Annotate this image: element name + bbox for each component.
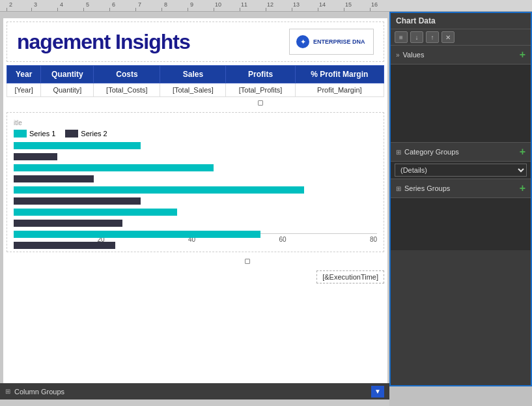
- values-icon: »: [396, 51, 400, 59]
- legend-color-dark: [65, 130, 78, 138]
- toolbar-btn-down[interactable]: ↓: [410, 31, 423, 43]
- legend-series1: Series 1: [14, 130, 55, 138]
- cell-sales: [Total_Sales]: [160, 83, 226, 97]
- ruler-marks: 2 3 4 5 6 7 8 9 10 11 12 13 14 15 16: [0, 0, 532, 11]
- table-row: [Year] Quantity] [Total_Costs] [Total_Sa…: [7, 83, 384, 97]
- legend-series1-label: Series 1: [29, 130, 55, 138]
- bar-teal-4: [14, 209, 177, 216]
- col-header-costs: Costs: [94, 66, 160, 83]
- legend-color-teal: [14, 130, 27, 138]
- values-section-title: » Values: [396, 51, 424, 59]
- bar-dark-1: [14, 153, 57, 160]
- series-groups-add-button[interactable]: +: [520, 182, 525, 194]
- data-table: Year Quantity Costs Sales Profits % Prof…: [7, 65, 384, 97]
- bar-row-1b: [14, 152, 377, 161]
- ruler: 2 3 4 5 6 7 8 9 10 11 12 13 14 15 16: [0, 0, 532, 12]
- category-grid-icon: ⊞: [396, 149, 401, 156]
- bar-teal-3: [14, 186, 304, 194]
- chart-data-panel: Chart Data ≡ ↓ ↑ ✕ » Values + ⊞ Category…: [389, 12, 532, 386]
- chart-bars: [14, 141, 377, 232]
- bar-teal-5: [14, 231, 260, 238]
- chart-title: itle: [14, 119, 377, 126]
- bar-row-5: [14, 229, 377, 239]
- page-title: nagement Insights: [17, 30, 190, 54]
- category-groups-title: ⊞ Category Groups: [396, 148, 459, 156]
- legend-series2-label: Series 2: [81, 130, 107, 138]
- category-groups-dropdown[interactable]: (Details): [395, 164, 527, 177]
- report-header: nagement Insights ✦ ENTERPRISE DNA: [7, 22, 384, 62]
- toolbar-btn-delete[interactable]: ✕: [441, 31, 455, 43]
- legend-series2: Series 2: [65, 130, 107, 138]
- panel-title: Chart Data: [391, 13, 531, 29]
- col-header-quantity: Quantity: [41, 66, 94, 83]
- bar-dark-2: [14, 175, 94, 182]
- design-surface: nagement Insights ✦ ENTERPRISE DNA Year …: [3, 18, 387, 396]
- chart-legend: Series 1 Series 2: [14, 130, 377, 138]
- bar-row-2b: [14, 174, 377, 183]
- cell-quantity: Quantity]: [41, 83, 94, 97]
- logo-text: ENTERPRISE DNA: [313, 38, 365, 46]
- bar-row-4b: [14, 218, 377, 227]
- cell-year: [Year]: [7, 83, 41, 97]
- column-groups-dropdown-btn[interactable]: ▼: [371, 386, 384, 398]
- toolbar-btn-up[interactable]: ↑: [426, 31, 439, 43]
- col-header-profits: Profits: [226, 66, 295, 83]
- bar-row-3: [14, 185, 377, 194]
- bar-dark-3: [14, 197, 141, 205]
- scroll-handle-h[interactable]: [258, 100, 263, 106]
- values-section-header: » Values +: [391, 46, 531, 65]
- toolbar-btn-grid[interactable]: ≡: [395, 31, 408, 43]
- column-groups-bar: ⊞ Column Groups ▼: [0, 383, 389, 399]
- bar-row-1: [14, 141, 377, 150]
- col-header-sales: Sales: [160, 66, 226, 83]
- series-groups-title: ⊞ Series Groups: [396, 184, 450, 192]
- table-header-row: Year Quantity Costs Sales Profits % Prof…: [7, 66, 384, 83]
- canvas-area: nagement Insights ✦ ENTERPRISE DNA Year …: [0, 12, 389, 406]
- cell-costs: [Total_Costs]: [94, 83, 160, 97]
- chart-container: itle Series 1 Series 2: [7, 112, 384, 252]
- bar-dark-4: [14, 220, 122, 227]
- category-groups-header: ⊞ Category Groups +: [391, 143, 531, 162]
- logo-box: ✦ ENTERPRISE DNA: [289, 29, 374, 55]
- panel-toolbar: ≡ ↓ ↑ ✕: [391, 29, 531, 46]
- col-header-year: Year: [7, 66, 41, 83]
- values-area: [391, 65, 531, 143]
- bar-row-2: [14, 163, 377, 172]
- column-groups-icon: ⊞: [5, 388, 10, 395]
- bar-teal-1: [14, 142, 141, 149]
- series-groups-section: ⊞ Series Groups +: [391, 179, 531, 250]
- footer-bar: [&ExecutionTime]: [7, 270, 384, 283]
- category-groups-add-button[interactable]: +: [520, 146, 525, 158]
- bar-row-4: [14, 207, 377, 216]
- category-groups-section: ⊞ Category Groups + (Details): [391, 143, 531, 179]
- series-groups-area: [391, 198, 531, 250]
- cell-margin: Profit_Margin]: [295, 83, 384, 97]
- bar-row-3b: [14, 196, 377, 205]
- scroll-handle-h2[interactable]: [245, 259, 250, 264]
- bar-dark-5: [14, 242, 115, 249]
- values-section: » Values +: [391, 46, 531, 143]
- logo-icon: ✦: [296, 35, 309, 48]
- values-add-button[interactable]: +: [520, 49, 525, 61]
- execution-time-box: [&ExecutionTime]: [316, 270, 384, 283]
- bar-teal-2: [14, 164, 214, 171]
- bar-row-5b: [14, 240, 377, 250]
- column-groups-label: Column Groups: [14, 388, 64, 396]
- series-groups-header: ⊞ Series Groups +: [391, 179, 531, 198]
- col-header-margin: % Profit Margin: [295, 66, 384, 83]
- series-grid-icon: ⊞: [396, 185, 401, 192]
- category-groups-dropdown-row: (Details): [391, 162, 531, 179]
- cell-profits: [Total_Profits]: [226, 83, 295, 97]
